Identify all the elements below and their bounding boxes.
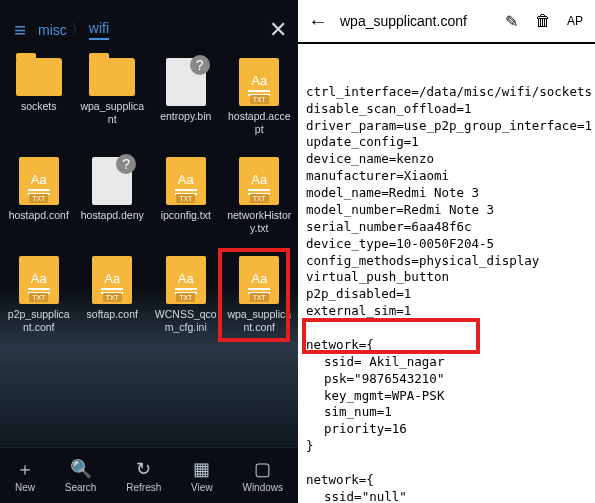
editor-line: ssid= Akil_nagar bbox=[306, 354, 587, 371]
unknown-icon: ? bbox=[190, 55, 210, 75]
file-item[interactable]: AaTXTwpa_supplicant.conf bbox=[225, 256, 295, 351]
close-icon[interactable]: ✕ bbox=[266, 17, 290, 43]
editor-line bbox=[306, 455, 587, 472]
editor-line: disable_scan_offload=1 bbox=[306, 101, 587, 118]
edit-icon[interactable]: ✎ bbox=[501, 12, 521, 31]
editor-line: ctrl_interface=/data/misc/wifi/sockets bbox=[306, 84, 587, 101]
top-bar: ≡ misc 〉 wifi ✕ bbox=[0, 10, 298, 50]
txt-file-icon: AaTXT bbox=[166, 157, 206, 205]
editor-line: device_type=10-0050F204-5 bbox=[306, 236, 587, 253]
txt-file-icon: AaTXT bbox=[239, 157, 279, 205]
txt-file-icon: AaTXT bbox=[239, 256, 279, 304]
file-item[interactable]: AaTXTWCNSS_qcom_cfg.ini bbox=[151, 256, 221, 351]
file-item[interactable]: AaTXTipconfig.txt bbox=[151, 157, 221, 252]
editor-line: sim_num=1 bbox=[306, 404, 587, 421]
file-label: wpa_supplicant.conf bbox=[226, 308, 292, 333]
trash-icon[interactable]: 🗑 bbox=[533, 12, 553, 30]
editor-line bbox=[306, 320, 587, 337]
txt-file-icon: AaTXT bbox=[19, 157, 59, 205]
file-item[interactable]: AaTXTnetworkHistory.txt bbox=[225, 157, 295, 252]
txt-file-icon: AaTXT bbox=[92, 256, 132, 304]
grid-icon: ▦ bbox=[193, 459, 210, 479]
unknown-icon: ? bbox=[116, 154, 136, 174]
font-button[interactable]: AP bbox=[565, 14, 585, 28]
editor-line: priority=16 bbox=[306, 421, 587, 438]
view-button[interactable]: ▦ View bbox=[191, 459, 213, 493]
editor-line: driver_param=use_p2p_group_interface=1 bbox=[306, 118, 587, 135]
editor-line: p2p_disabled=1 bbox=[306, 286, 587, 303]
file-label: WCNSS_qcom_cfg.ini bbox=[153, 308, 219, 333]
file-label: entropy.bin bbox=[160, 110, 211, 123]
editor-line: model_number=Redmi Note 3 bbox=[306, 202, 587, 219]
file-icon: ? bbox=[166, 58, 206, 106]
editor-body[interactable]: ctrl_interface=/data/misc/wifi/socketsdi… bbox=[298, 44, 595, 503]
search-icon: 🔍 bbox=[70, 459, 92, 479]
file-item[interactable]: sockets bbox=[4, 58, 74, 153]
plus-icon: ＋ bbox=[16, 459, 34, 479]
file-label: p2p_supplicant.conf bbox=[6, 308, 72, 333]
editor-line: virtual_push_button bbox=[306, 269, 587, 286]
editor-line: update_config=1 bbox=[306, 134, 587, 151]
folder-icon bbox=[16, 58, 62, 96]
editor-line: config_methods=physical_display bbox=[306, 253, 587, 270]
breadcrumb-parent[interactable]: misc bbox=[38, 22, 67, 38]
windows-button[interactable]: ▢ Windows bbox=[242, 459, 283, 493]
editor-line: network={ bbox=[306, 472, 587, 489]
breadcrumb-current[interactable]: wifi bbox=[89, 20, 109, 40]
txt-file-icon: AaTXT bbox=[166, 256, 206, 304]
file-label: hostapd.accept bbox=[226, 110, 292, 135]
editor-line: ssid="null" bbox=[306, 489, 587, 503]
text-editor-pane: ← wpa_supplicant.conf ✎ 🗑 AP ctrl_interf… bbox=[298, 0, 595, 503]
chevron-right-icon: 〉 bbox=[71, 21, 85, 39]
file-item[interactable]: wpa_supplicant bbox=[78, 58, 148, 153]
file-browser-pane: ≡ misc 〉 wifi ✕ socketswpa_supplicant?en… bbox=[0, 0, 298, 503]
file-item[interactable]: ?entropy.bin bbox=[151, 58, 221, 153]
txt-file-icon: AaTXT bbox=[19, 256, 59, 304]
file-label: wpa_supplicant bbox=[79, 100, 145, 125]
windows-icon: ▢ bbox=[254, 459, 271, 479]
file-label: hostapd.deny bbox=[81, 209, 144, 222]
txt-file-icon: AaTXT bbox=[239, 58, 279, 106]
editor-line: } bbox=[306, 438, 587, 455]
file-label: sockets bbox=[21, 100, 57, 113]
search-button[interactable]: 🔍 Search bbox=[65, 459, 97, 493]
editor-line: manufacturer=Xiaomi bbox=[306, 168, 587, 185]
editor-title: wpa_supplicant.conf bbox=[340, 13, 489, 29]
file-label: ipconfig.txt bbox=[161, 209, 211, 222]
editor-line: device_name=kenzo bbox=[306, 151, 587, 168]
editor-line: external_sim=1 bbox=[306, 303, 587, 320]
file-item[interactable]: AaTXTp2p_supplicant.conf bbox=[4, 256, 74, 351]
file-item[interactable]: AaTXThostapd.conf bbox=[4, 157, 74, 252]
file-item[interactable]: AaTXThostapd.accept bbox=[225, 58, 295, 153]
file-item[interactable]: ?hostapd.deny bbox=[78, 157, 148, 252]
folder-icon bbox=[89, 58, 135, 96]
back-icon[interactable]: ← bbox=[308, 10, 328, 33]
file-label: softap.conf bbox=[87, 308, 138, 321]
editor-line: model_name=Redmi Note 3 bbox=[306, 185, 587, 202]
file-label: networkHistory.txt bbox=[226, 209, 292, 234]
file-grid: socketswpa_supplicant?entropy.binAaTXTho… bbox=[0, 50, 298, 447]
breadcrumb: misc 〉 wifi bbox=[38, 20, 260, 40]
status-bar bbox=[0, 0, 298, 10]
editor-line: psk="9876543210" bbox=[306, 371, 587, 388]
refresh-button[interactable]: ↻ Refresh bbox=[126, 459, 161, 493]
editor-line: network={ bbox=[306, 337, 587, 354]
bottom-toolbar: ＋ New 🔍 Search ↻ Refresh ▦ View ▢ Window… bbox=[0, 447, 298, 503]
menu-icon[interactable]: ≡ bbox=[8, 19, 32, 42]
refresh-icon: ↻ bbox=[136, 459, 151, 479]
editor-line: key_mgmt=WPA-PSK bbox=[306, 388, 587, 405]
editor-line: serial_number=6aa48f6c bbox=[306, 219, 587, 236]
new-button[interactable]: ＋ New bbox=[15, 459, 35, 493]
editor-header: ← wpa_supplicant.conf ✎ 🗑 AP bbox=[298, 0, 595, 44]
file-icon: ? bbox=[92, 157, 132, 205]
file-item[interactable]: AaTXTsoftap.conf bbox=[78, 256, 148, 351]
file-label: hostapd.conf bbox=[9, 209, 69, 222]
